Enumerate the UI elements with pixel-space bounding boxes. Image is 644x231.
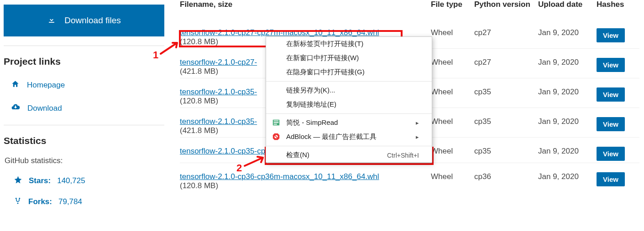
file-type: Wheel xyxy=(431,172,474,181)
context-menu: 在新标签页中打开链接(T) 在新窗口中打开链接(W) 在隐身窗口中打开链接(G)… xyxy=(266,36,432,163)
upload-date: Jan 9, 2020 xyxy=(538,28,597,37)
view-hashes-button[interactable]: View xyxy=(597,117,625,131)
python-version: cp27 xyxy=(474,58,538,67)
simpread-icon xyxy=(272,118,281,127)
download-icon xyxy=(47,15,56,26)
stat-value: 79,784 xyxy=(58,197,82,206)
file-type: Wheel xyxy=(431,117,474,126)
project-link-homepage[interactable]: Homepage xyxy=(4,77,164,93)
python-version: cp35 xyxy=(474,87,538,97)
python-version: cp36 xyxy=(474,172,538,181)
svg-rect-2 xyxy=(274,122,279,123)
ctx-copy-link[interactable]: 复制链接地址(E) xyxy=(266,98,432,112)
svg-rect-1 xyxy=(274,121,279,122)
file-link[interactable]: tensorflow-2.1.0-cp27-cp27m-macosx_10_11… xyxy=(180,28,379,37)
view-hashes-button[interactable]: View xyxy=(597,87,625,102)
table-row: tensorflow-2.1.0-cp36-cp36m-macosx_10_11… xyxy=(180,163,639,192)
th-filename: Filename, size xyxy=(180,0,431,9)
th-hashes: Hashes xyxy=(597,0,633,9)
ctx-label: 检查(N) xyxy=(286,151,309,159)
upload-date: Jan 9, 2020 xyxy=(538,58,597,67)
ctx-save-link-as[interactable]: 链接另存为(K)... xyxy=(266,83,432,98)
file-type: Wheel xyxy=(431,87,474,97)
divider xyxy=(4,125,164,125)
python-version: cp27 xyxy=(474,28,538,37)
th-filetype: File type xyxy=(431,0,474,9)
sidebar: Download files Project links Homepage Do… xyxy=(0,0,169,220)
ctx-separator xyxy=(266,113,432,114)
upload-date: Jan 9, 2020 xyxy=(538,147,597,156)
stat-value: 140,725 xyxy=(57,176,85,185)
ctx-adblock[interactable]: AdBlock — 最佳广告拦截工具 xyxy=(266,130,432,144)
ctx-simpread[interactable]: 简悦 - SimpRead xyxy=(266,116,432,130)
file-size: (120.8 MB) xyxy=(180,37,218,46)
adblock-icon xyxy=(272,132,281,141)
ctx-separator xyxy=(266,81,432,82)
file-size: (421.8 MB) xyxy=(180,67,218,76)
ctx-open-incognito[interactable]: 在隐身窗口中打开链接(G) xyxy=(266,65,432,79)
download-files-label: Download files xyxy=(64,15,121,26)
ctx-label: 复制链接地址(E) xyxy=(286,100,336,109)
file-link[interactable]: tensorflow-2.1.0-cp35- xyxy=(180,117,257,126)
view-hashes-button[interactable]: View xyxy=(597,58,625,72)
project-link-label: Download xyxy=(27,104,62,113)
python-version: cp35 xyxy=(474,117,538,126)
ctx-label: 在隐身窗口中打开链接(G) xyxy=(286,68,365,77)
view-hashes-button[interactable]: View xyxy=(597,147,625,161)
file-link[interactable]: tensorflow-2.1.0-cp36-cp36m-macosx_10_11… xyxy=(180,172,379,181)
stat-forks[interactable]: Forks: 79,784 xyxy=(4,195,164,209)
th-upload: Upload date xyxy=(538,0,597,9)
view-hashes-button[interactable]: View xyxy=(597,28,625,42)
file-size: (120.8 MB) xyxy=(180,97,218,105)
file-link[interactable]: tensorflow-2.1.0-cp35- xyxy=(180,87,257,96)
file-size: (421.8 MB) xyxy=(180,126,218,135)
github-statistics-label: GitHub statistics: xyxy=(4,156,164,165)
file-link[interactable]: tensorflow-2.1.0-cp27- xyxy=(180,58,257,67)
project-links-title: Project links xyxy=(4,56,164,67)
cloud-download-icon xyxy=(11,103,20,114)
project-link-label: Homepage xyxy=(27,81,65,90)
ctx-label: AdBlock — 最佳广告拦截工具 xyxy=(286,133,377,141)
upload-date: Jan 9, 2020 xyxy=(538,117,597,126)
th-python: Python version xyxy=(474,0,538,9)
ctx-label: 链接另存为(K)... xyxy=(286,86,335,95)
ctx-shortcut: Ctrl+Shift+I xyxy=(387,152,419,159)
ctx-open-new-tab[interactable]: 在新标签页中打开链接(T) xyxy=(266,37,432,51)
stat-label: Forks: xyxy=(28,197,52,206)
ctx-label: 在新标签页中打开链接(T) xyxy=(286,40,363,48)
ctx-inspect[interactable]: 检查(N) Ctrl+Shift+I xyxy=(266,148,432,162)
table-header-row: Filename, size File type Python version … xyxy=(180,0,639,19)
upload-date: Jan 9, 2020 xyxy=(538,172,597,181)
ctx-label: 在新窗口中打开链接(W) xyxy=(286,54,359,62)
file-type: Wheel xyxy=(431,58,474,67)
home-icon xyxy=(11,80,20,91)
upload-date: Jan 9, 2020 xyxy=(538,87,597,97)
svg-rect-3 xyxy=(274,124,277,125)
stat-label: Stars: xyxy=(29,176,51,185)
divider xyxy=(4,46,164,46)
file-type: Wheel xyxy=(431,28,474,37)
stat-stars[interactable]: Stars: 140,725 xyxy=(4,174,164,188)
fork-icon xyxy=(14,196,22,207)
file-type: Wheel xyxy=(431,147,474,156)
project-link-download[interactable]: Download xyxy=(4,100,164,117)
download-files-button[interactable]: Download files xyxy=(4,5,164,36)
star-icon xyxy=(14,175,22,186)
statistics-title: Statistics xyxy=(4,135,164,146)
ctx-separator xyxy=(266,146,432,146)
ctx-label: 简悦 - SimpRead xyxy=(286,118,338,127)
file-size: (120.8 MB) xyxy=(180,181,218,190)
python-version: cp35 xyxy=(474,147,538,156)
ctx-open-new-window[interactable]: 在新窗口中打开链接(W) xyxy=(266,51,432,65)
view-hashes-button[interactable]: View xyxy=(597,172,625,186)
